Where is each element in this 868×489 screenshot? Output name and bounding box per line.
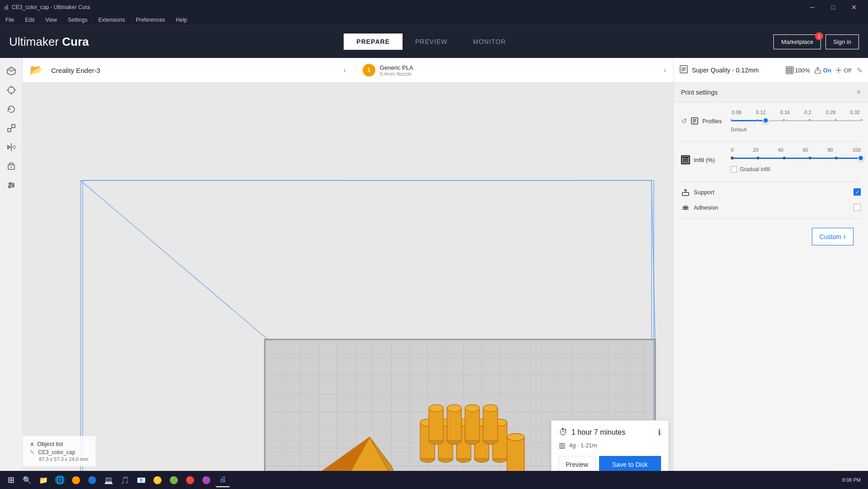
svg-line-9 [11, 128, 12, 129]
svg-marker-1 [7, 67, 15, 72]
menu-settings[interactable]: Settings [66, 16, 89, 24]
edit-settings-button[interactable]: ✎ [857, 66, 863, 75]
taskbar-app-2[interactable]: 🔵 [85, 473, 100, 487]
tab-monitor[interactable]: MONITOR [460, 34, 519, 50]
quality-name[interactable]: Super Quality - 0.12mm [692, 67, 782, 74]
infill-dot-0 [731, 157, 734, 159]
svg-point-92 [465, 405, 480, 412]
menu-extensions[interactable]: Extensions [96, 16, 127, 24]
taskbar-app-8[interactable]: 🔴 [183, 473, 197, 487]
title-text: CE3_color_cap - Ultimaker Cura [12, 4, 90, 10]
maximize-button[interactable]: □ [823, 0, 844, 14]
taskbar-file-explorer[interactable]: 📁 [36, 473, 51, 487]
object-list-label: Object list [37, 441, 63, 447]
signin-button[interactable]: Sign in [825, 34, 859, 49]
infill-dot-1 [757, 157, 759, 159]
top-navigation: Ultimaker Cura PREPARE PREVIEW MONITOR M… [0, 25, 868, 58]
svg-point-19 [12, 184, 14, 186]
nav-tabs: PREPARE PREVIEW MONITOR [344, 34, 518, 50]
rotate-tool[interactable] [3, 101, 20, 118]
infill-dot-2 [783, 157, 786, 159]
infill-label-group: Infill (%) [681, 155, 731, 164]
support-label: Support [694, 189, 715, 196]
taskbar-start-button[interactable]: ⊞ [4, 473, 18, 487]
profiles-row: ↺ Profiles 0.08 0.12 0.16 0.2 0.28 0.32 [681, 110, 861, 132]
menu-edit[interactable]: Edit [23, 16, 36, 24]
taskbar-app-1[interactable]: 🟠 [69, 473, 83, 487]
taskbar-app-7[interactable]: 🟢 [167, 473, 181, 487]
infill-label: Infill (%) [694, 157, 715, 163]
taskbar-app-4[interactable]: 🎵 [118, 473, 132, 487]
svg-marker-12 [12, 145, 15, 149]
move-tool[interactable] [3, 82, 20, 99]
custom-button[interactable]: Custom › [812, 228, 854, 245]
settings-close-button[interactable]: × [857, 88, 861, 96]
close-button[interactable]: ✕ [844, 0, 864, 14]
profiles-label: Profiles [702, 118, 722, 125]
svg-marker-11 [8, 145, 10, 149]
svg-point-86 [429, 405, 443, 412]
object-list-header[interactable]: ∧ Object list [30, 441, 88, 447]
adhesion-row: Adhesion [681, 203, 861, 212]
tick-4 [835, 119, 837, 121]
minimize-button[interactable]: ─ [802, 0, 823, 14]
material-section-arrow[interactable]: ‹ [664, 66, 666, 74]
tick-5 [861, 119, 863, 121]
material-sub: 0.4mm Nozzle [380, 71, 413, 77]
scale-tool[interactable] [3, 120, 20, 137]
tab-prepare[interactable]: PREPARE [344, 34, 403, 50]
support-checkbox[interactable]: ✓ [854, 188, 861, 196]
infill-icon [681, 155, 690, 164]
divider-3 [681, 218, 861, 219]
mirror-tool[interactable] [3, 139, 20, 156]
taskbar-search[interactable]: 🔍 [20, 473, 34, 487]
support-row: Support ✓ [681, 187, 861, 197]
infill-slider[interactable] [731, 154, 861, 163]
material-bar-icon: ▥ [559, 441, 566, 450]
svg-rect-91 [465, 408, 480, 441]
per-model-settings-tool[interactable] [3, 177, 20, 194]
adhesion-label-group: Adhesion [681, 203, 854, 212]
svg-point-95 [483, 405, 498, 412]
profile-slider[interactable] [731, 117, 861, 125]
material-icon: 1 [363, 64, 375, 77]
printer-arrow-icon[interactable]: ‹ [344, 66, 346, 74]
infill-slider-thumb[interactable] [858, 155, 864, 161]
right-panel: Super Quality - 0.12mm 100% On Off ✎ [673, 58, 868, 489]
taskbar-cura-active[interactable]: 🖨 [216, 473, 230, 487]
open-folder-icon[interactable]: 📂 [30, 64, 42, 76]
title-bar: 🖨 CE3_color_cap - Ultimaker Cura ─ □ ✕ [0, 0, 868, 14]
menu-bar: File Edit View Settings Extensions Prefe… [0, 14, 868, 25]
print-settings-panel: Print settings × ↺ Profiles 0.08 0 [674, 83, 868, 489]
support-tool[interactable] [3, 158, 20, 175]
reset-profile-button[interactable]: ↺ [681, 117, 687, 125]
gradual-infill-checkbox[interactable] [731, 166, 737, 173]
taskbar-time: 8:08 PM [842, 477, 861, 483]
taskbar-app-9[interactable]: 🟣 [199, 473, 214, 487]
infill-control: 0 20 40 60 80 100 [731, 147, 861, 173]
marketplace-button[interactable]: Marketplace 1 [773, 34, 821, 49]
edit-icon: ✎ [30, 449, 34, 455]
object-name: CE3_color_cap [38, 449, 75, 455]
adhesion-checkbox[interactable] [854, 204, 861, 211]
profile-slider-thumb[interactable] [762, 117, 769, 124]
solid-view-tool[interactable] [3, 62, 20, 80]
taskbar-app-6[interactable]: 🟡 [150, 473, 165, 487]
menu-preferences[interactable]: Preferences [134, 16, 167, 24]
menu-view[interactable]: View [43, 16, 59, 24]
taskbar-app-5[interactable]: 📧 [134, 473, 149, 487]
taskbar-edge[interactable]: 🌐 [53, 473, 67, 487]
menu-help[interactable]: Help [174, 16, 189, 24]
svg-point-89 [447, 405, 461, 412]
tab-preview[interactable]: PREVIEW [403, 34, 460, 50]
adhesion-label: Adhesion [694, 204, 718, 211]
printer-name[interactable]: Creality Ender-3 [51, 67, 100, 74]
taskbar-right: 8:08 PM [842, 477, 864, 483]
info-icon[interactable]: ℹ [658, 427, 661, 437]
support-icon [681, 187, 690, 197]
object-list-panel: ∧ Object list ✎ CE3_color_cap 87.3 x 57.… [23, 436, 96, 466]
svg-line-24 [81, 181, 272, 343]
chevron-right-icon: › [843, 232, 846, 241]
menu-file[interactable]: File [4, 16, 16, 24]
taskbar-app-3[interactable]: 💻 [101, 473, 116, 487]
